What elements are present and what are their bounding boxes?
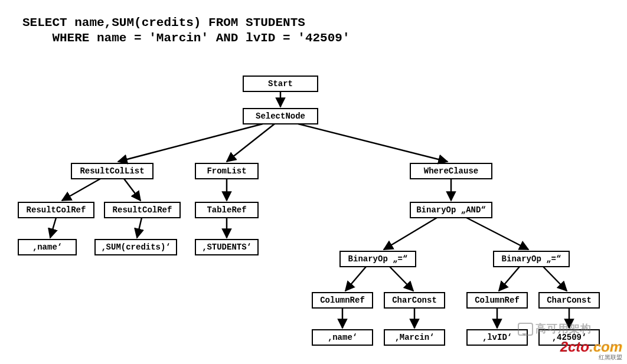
svg-line-8: [50, 218, 56, 238]
svg-line-11: [384, 218, 437, 250]
node-colref-1: ColumnRef: [312, 292, 373, 309]
svg-line-1: [118, 124, 263, 162]
leaf-marcin: ‚Marcin‘: [384, 329, 445, 346]
tree-edges: [0, 0, 627, 364]
node-charconst-2: CharConst: [538, 292, 600, 309]
watermark-arch: 高可用架构: [518, 322, 592, 336]
leaf-name-1: ‚name‘: [18, 239, 77, 255]
svg-line-13: [345, 267, 366, 291]
node-binaryeq-2: BinaryOp „=“: [493, 251, 570, 267]
node-start: Start: [243, 76, 318, 92]
svg-line-4: [62, 179, 100, 201]
svg-line-2: [227, 124, 275, 162]
node-resultcolref-1: ResultColRef: [18, 202, 94, 218]
svg-line-12: [466, 218, 528, 250]
node-binaryeq-1: BinaryOp „=“: [339, 251, 416, 267]
svg-line-5: [124, 179, 141, 201]
node-resultcolref-2: ResultColRef: [104, 202, 181, 218]
node-colref-2: ColumnRef: [466, 292, 528, 309]
node-binary-and: BinaryOp „AND“: [410, 202, 492, 218]
svg-line-15: [499, 267, 520, 291]
leaf-sumcredits: ‚SUM(credits)‘: [94, 239, 177, 255]
leaf-name-2: ‚name‘: [312, 329, 373, 346]
node-select: SelectNode: [243, 108, 318, 124]
svg-line-14: [390, 267, 413, 291]
node-charconst-1: CharConst: [384, 292, 445, 309]
node-tableref: TableRef: [195, 202, 259, 218]
node-whereclause: WhereClause: [410, 163, 492, 179]
svg-line-3: [298, 124, 448, 162]
node-resultcollist: ResultColList: [71, 163, 154, 179]
node-fromlist: FromList: [195, 163, 259, 179]
watermark-site: 2cto.com 红黑联盟: [560, 339, 622, 362]
svg-line-16: [543, 267, 567, 291]
leaf-students: ‚STUDENTS‘: [195, 239, 259, 255]
svg-line-9: [137, 218, 142, 238]
sql-statement: SELECT name,SUM(credits) FROM STUDENTS W…: [22, 15, 350, 47]
